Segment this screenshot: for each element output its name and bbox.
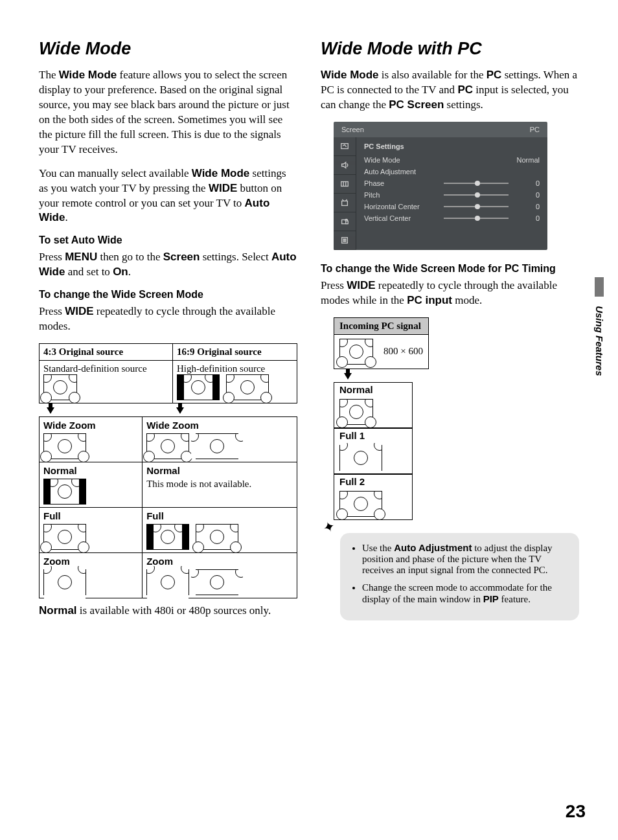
setup-icon <box>334 231 356 250</box>
section-tab-marker <box>595 277 604 297</box>
osd-row-label: Vertical Center <box>364 214 411 222</box>
cell-full-43: Full <box>40 508 143 553</box>
sound-icon <box>334 156 356 175</box>
osd-row-label: Auto Adjustment <box>364 168 416 176</box>
pc-signal-header: Incoming PC signal <box>334 318 428 335</box>
right-column: Wide Mode with PC Wide Mode is also avai… <box>321 39 579 628</box>
col-header-169: 16:9 Original source <box>173 344 297 361</box>
osd-row-label: Wide Mode <box>364 156 400 164</box>
wide-mode-heading: Wide Mode <box>39 39 297 59</box>
pc-timing-text: Press WIDE repeatedly to cycle through t… <box>321 278 579 308</box>
osd-row-value: 0 <box>514 214 540 222</box>
arrow-down-icon <box>176 407 184 414</box>
aspect-icon <box>196 433 238 459</box>
left-column: Wide Mode The Wide Mode feature allows y… <box>39 39 297 628</box>
aspect-icon <box>43 569 86 595</box>
aspect-icon <box>146 433 189 459</box>
screen-icon <box>334 175 356 194</box>
aspect-icon <box>146 569 189 595</box>
osd-row-label: Pitch <box>364 191 380 199</box>
normal-footnote: Normal is available with 480i or 480p so… <box>39 604 297 619</box>
aspect-icon <box>339 491 382 517</box>
wide-mode-pc-intro: Wide Mode is also available for the PC s… <box>321 68 579 113</box>
osd-row: Phase0 <box>364 177 540 189</box>
osd-icon-column <box>334 137 356 250</box>
aspect-icon <box>339 399 373 425</box>
tip-item: Change the screen mode to accommodate fo… <box>362 582 569 605</box>
osd-input-label: PC <box>530 126 540 133</box>
manual-page: Wide Mode The Wide Mode feature allows y… <box>0 0 618 840</box>
osd-slider <box>444 218 509 219</box>
osd-row-value: 0 <box>514 179 540 187</box>
aspect-icon <box>43 374 77 400</box>
osd-row-value: 0 <box>514 191 540 199</box>
cell-widezoom-43: Wide Zoom <box>40 417 143 462</box>
aspect-icon <box>339 339 373 365</box>
page-number: 23 <box>566 801 586 822</box>
svg-rect-1 <box>341 181 349 186</box>
osd-titlebar: Screen PC <box>334 122 547 137</box>
pc-settings-osd: Screen PC PC Settings Wide ModeNormal <box>334 122 547 250</box>
osd-row-label: Phase <box>364 179 384 187</box>
arrow-down-icon <box>47 407 54 414</box>
auto-wide-heading: To set Auto Wide <box>39 234 297 246</box>
tip-lamp-icon: ✦ <box>321 517 338 537</box>
lock-icon <box>334 212 356 231</box>
wide-mode-results-table: Wide Zoom Wide Zoom Normal N <box>39 416 297 598</box>
aspect-icon <box>196 524 238 550</box>
osd-slider <box>444 206 509 207</box>
osd-section-title: PC Settings <box>364 141 540 154</box>
aspect-icon <box>43 479 86 505</box>
osd-row: Wide ModeNormal <box>364 154 540 166</box>
tip-box: ✦ Use the Auto Adjustment to adjust the … <box>340 533 579 620</box>
arrow-down-icon <box>344 373 352 380</box>
section-tab: Using Features <box>594 277 605 376</box>
aspect-icon <box>196 569 238 595</box>
pc-modes-table: Normal Full 1 Full 2 <box>334 382 413 520</box>
osd-row-value: 0 <box>514 203 540 210</box>
pc-resolution: 800 × 600 <box>383 346 423 357</box>
aspect-icon <box>146 524 189 550</box>
col-header-43: 4:3 Original source <box>40 344 173 361</box>
cell-full-169: Full <box>143 508 297 553</box>
svg-rect-2 <box>342 201 348 205</box>
wide-mode-pc-heading: Wide Mode with PC <box>321 39 579 59</box>
pc-mode-label: Full 2 <box>334 474 412 488</box>
wide-mode-intro: The Wide Mode feature allows you to sele… <box>39 68 297 157</box>
pc-signal-table: Incoming PC signal 800 × 600 <box>334 317 429 369</box>
picture-icon <box>334 137 356 156</box>
osd-slider <box>444 183 509 184</box>
osd-row: Vertical Center0 <box>364 212 540 224</box>
aspect-icon <box>226 374 269 400</box>
cell-sd-source: Standard-definition source <box>40 361 173 403</box>
cell-zoom-169: Zoom <box>143 553 297 598</box>
change-mode-text: Press WIDE repeatedly to cycle through t… <box>39 304 297 334</box>
osd-row: Auto Adjustment <box>364 166 540 177</box>
auto-wide-text: Press MENU then go to the Screen setting… <box>39 250 297 280</box>
aspect-icon <box>177 374 220 400</box>
osd-row: Pitch0 <box>364 189 540 201</box>
cell-zoom-43: Zoom <box>40 553 143 598</box>
cell-normal-169: Normal This mode is not available. <box>143 462 297 508</box>
svg-rect-4 <box>346 221 349 223</box>
aspect-icon <box>339 445 382 471</box>
osd-row: Horizontal Center0 <box>364 201 540 212</box>
two-column-layout: Wide Mode The Wide Mode feature allows y… <box>39 39 579 628</box>
osd-slider <box>444 194 509 196</box>
wide-mode-manual: You can manually select available Wide M… <box>39 166 297 226</box>
osd-row-value: Normal <box>514 156 540 164</box>
change-mode-heading: To change the Wide Screen Mode <box>39 289 297 301</box>
channel-icon <box>334 194 356 212</box>
pc-mode-label: Normal <box>334 383 412 396</box>
osd-main: PC Settings Wide ModeNormalAuto Adjustme… <box>356 137 547 250</box>
tip-item: Use the Auto Adjustment to adjust the di… <box>362 542 569 576</box>
wide-mode-table: 4:3 Original source 16:9 Original source… <box>39 343 297 403</box>
aspect-icon <box>43 433 86 459</box>
cell-widezoom-169: Wide Zoom <box>143 417 297 462</box>
cell-normal-43: Normal <box>40 462 143 508</box>
osd-row-label: Horizontal Center <box>364 203 420 210</box>
pc-signal-row: 800 × 600 <box>334 335 428 369</box>
pc-mode-label: Full 1 <box>334 428 412 442</box>
pc-timing-heading: To change the Wide Screen Mode for PC Ti… <box>321 263 579 275</box>
osd-title: Screen <box>341 126 364 133</box>
